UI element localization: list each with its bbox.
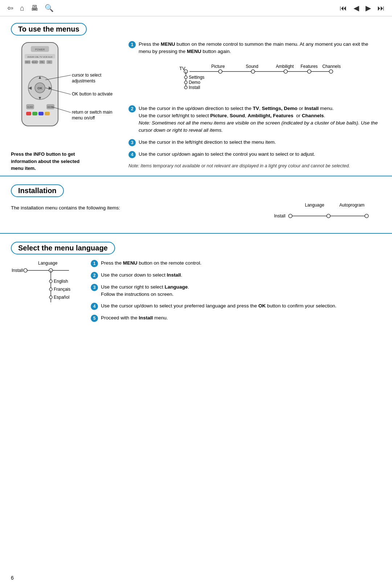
svg-text:SURF: SURF: [27, 106, 33, 108]
nav-right: ⏮ ◀ ▶ ⏭: [340, 4, 385, 12]
section3-left: Language Install English Français Españo…: [11, 260, 83, 308]
section1-left: POWER DVD/R CBL TV VCR AUX INFO SELECT P…: [11, 41, 91, 172]
lang-step3: 3 Use the cursor right to select Languag…: [91, 283, 381, 298]
installation-diagram: Language Autoprogram Install: [272, 202, 381, 225]
svg-text:Sound: Sound: [246, 64, 258, 69]
page-number: 6: [11, 575, 14, 581]
language-diagram-svg: Language Install English Français Españo…: [11, 260, 80, 307]
step1-text: Press the MENU button on the remote cont…: [139, 41, 381, 56]
svg-point-64: [49, 280, 52, 283]
section1-steps: 1 Press the MENU button on the remote co…: [99, 41, 381, 172]
section2-content: The installation menu contains the follo…: [11, 202, 381, 225]
lang-step1-text: Press the MENU button on the remote cont…: [101, 260, 201, 267]
lang-step4-text: Use the cursor up/down to select your pr…: [101, 302, 336, 310]
step4-text: Use the cursor up/down again to select t…: [139, 151, 315, 158]
lang-step3-text: Use the cursor right to select Language.…: [101, 283, 189, 298]
section-use-menus: To use the menus POWER DVD/R CBL TV VCR …: [0, 16, 392, 176]
menu-diagram: TV Settings Demo Install Picture: [128, 60, 381, 100]
step3-text: Use the cursor in the left/right directi…: [139, 139, 276, 146]
svg-point-43: [251, 70, 255, 73]
section-installation: Installation The installation menu conta…: [0, 176, 392, 234]
section1-title: To use the menus: [11, 23, 87, 36]
lang-step2: 2 Use the cursor down to select Install.: [91, 271, 381, 279]
svg-text:Language: Language: [38, 261, 58, 266]
skip-forward-icon[interactable]: ⏭: [377, 4, 385, 12]
svg-rect-24: [26, 112, 31, 115]
svg-point-55: [289, 214, 292, 218]
prev-icon[interactable]: ◀: [354, 4, 359, 12]
lang-step4: 4 Use the cursor up/down to select your …: [91, 302, 381, 310]
svg-point-39: [184, 86, 187, 89]
section1-content: POWER DVD/R CBL TV VCR AUX INFO SELECT P…: [11, 41, 381, 172]
step4-num: 4: [128, 151, 136, 158]
home-icon[interactable]: ⌂: [20, 4, 24, 12]
svg-text:INFO: INFO: [25, 61, 30, 63]
ok-annotation: OK button to activate: [72, 91, 119, 97]
svg-point-45: [284, 70, 287, 73]
top-navigation: ⇦ ⌂ 🖶 🔍 ⏮ ◀ ▶ ⏭: [0, 0, 392, 16]
print-icon[interactable]: 🖶: [31, 4, 38, 12]
section3-content: Language Install English Français Españo…: [11, 260, 381, 327]
svg-text:Ambilight: Ambilight: [276, 64, 294, 69]
return-annotation: return or switch main menu on/off: [72, 110, 119, 121]
svg-text:Features: Features: [301, 64, 318, 69]
svg-point-57: [365, 214, 368, 218]
step1: 1 Press the MENU button on the remote co…: [128, 41, 381, 56]
section3-title: Select the menu language: [11, 242, 115, 254]
svg-text:Demo: Demo: [189, 80, 200, 85]
lang-step5-num: 5: [91, 315, 98, 322]
svg-text:CC: CC: [48, 61, 51, 63]
svg-point-61: [24, 269, 27, 272]
step3-num: 3: [128, 139, 136, 146]
lang-step4-num: 4: [91, 303, 98, 310]
svg-point-66: [49, 288, 52, 291]
lang-step5-text: Proceed with the Install menu.: [101, 314, 168, 322]
svg-point-37: [184, 81, 187, 84]
step1-num: 1: [128, 41, 136, 48]
svg-text:OK: OK: [37, 86, 42, 90]
svg-text:▶: ▶: [49, 85, 52, 90]
svg-rect-26: [38, 112, 44, 115]
step2: 2 Use the cursor in the up/down directio…: [128, 105, 381, 134]
back-arrow-icon[interactable]: ⇦: [7, 4, 13, 12]
svg-rect-27: [45, 112, 50, 115]
svg-text:Channels: Channels: [322, 64, 341, 69]
svg-text:Autoprogram: Autoprogram: [339, 203, 364, 208]
cursor-annotation: cursor to select adjustments: [72, 73, 119, 84]
search-icon[interactable]: 🔍: [45, 4, 54, 12]
menu-diagram-svg: TV Settings Demo Install Picture: [128, 60, 381, 100]
svg-point-49: [329, 70, 333, 73]
svg-text:Install: Install: [274, 213, 285, 219]
step3: 3 Use the cursor in the left/right direc…: [128, 139, 381, 146]
skip-back-icon[interactable]: ⏮: [340, 4, 347, 12]
lang-step2-text: Use the cursor down to select Install.: [101, 271, 182, 279]
svg-text:Settings: Settings: [189, 75, 204, 80]
lang-step1: 1 Press the MENU button on the remote co…: [91, 260, 381, 267]
svg-point-41: [219, 70, 222, 73]
section1-note: Note: Items temporary not available or n…: [128, 163, 381, 170]
step2-text: Use the cursor in the up/down direction …: [139, 105, 381, 134]
svg-text:POWER: POWER: [35, 48, 45, 51]
svg-text:◀: ◀: [28, 85, 32, 90]
svg-point-47: [307, 70, 311, 73]
lang-step5: 5 Proceed with the Install menu.: [91, 314, 381, 322]
svg-rect-25: [32, 112, 37, 115]
lang-step3-num: 3: [91, 284, 98, 291]
svg-point-35: [184, 76, 187, 79]
svg-point-68: [49, 296, 52, 299]
svg-text:Install: Install: [189, 85, 200, 90]
svg-text:Español: Español: [54, 295, 69, 300]
svg-text:Français: Français: [54, 287, 70, 292]
step2-num: 2: [128, 105, 136, 113]
section3-steps: 1 Press the MENU button on the remote co…: [91, 260, 381, 327]
nav-left: ⇦ ⌂ 🖶 🔍: [7, 4, 54, 12]
svg-text:PRL: PRL: [40, 61, 44, 63]
next-icon[interactable]: ▶: [366, 4, 371, 12]
section-select-language: Select the menu language Language Instal…: [0, 234, 392, 341]
installation-diagram-svg: Language Autoprogram Install: [272, 202, 374, 224]
lang-step2-num: 2: [91, 272, 98, 279]
svg-point-56: [327, 214, 330, 218]
lang-step1-num: 1: [91, 260, 98, 267]
svg-text:Language: Language: [305, 203, 324, 208]
svg-text:DVD/R CBL TV VCR AUX: DVD/R CBL TV VCR AUX: [27, 56, 52, 58]
